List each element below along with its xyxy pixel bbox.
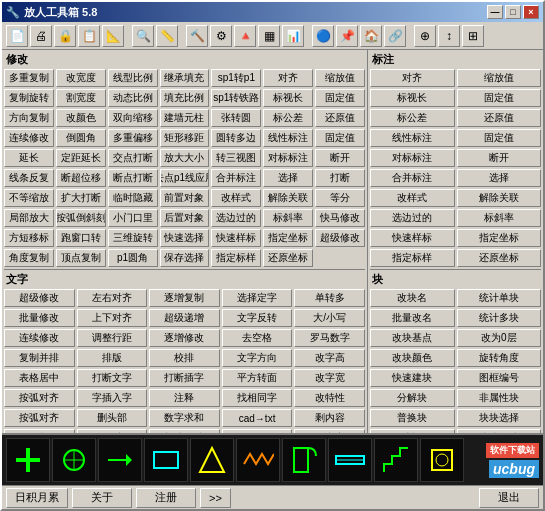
modify-btn-17[interactable]: 建墙元柱 <box>160 109 210 127</box>
modify-btn-49[interactable]: 局部放大 <box>4 209 54 227</box>
modify-btn-33[interactable]: 对标标注 <box>263 149 313 167</box>
modify-btn-9[interactable]: 动态比例 <box>108 89 158 107</box>
text-btn-3[interactable]: 选择定字 <box>222 289 293 307</box>
modify-btn-40[interactable]: 选择 <box>263 169 313 187</box>
mark-btn-4[interactable]: 标公差 <box>370 109 455 127</box>
cad-icon-9[interactable] <box>420 438 464 482</box>
block-btn-12[interactable]: 普换块 <box>370 409 455 427</box>
cad-icon-6[interactable] <box>282 438 326 482</box>
modify-btn-2[interactable]: 线型比例 <box>108 69 158 87</box>
text-btn-27[interactable]: 注释 <box>149 389 220 407</box>
mark-btn-15[interactable]: 标斜率 <box>457 209 542 227</box>
modify-btn-25[interactable]: 圆转多边 <box>211 129 261 147</box>
modify-btn-29[interactable]: 定距延长 <box>56 149 106 167</box>
modify-btn-62[interactable]: 超级修改 <box>315 229 365 247</box>
text-btn-26[interactable]: 字插入字 <box>77 389 148 407</box>
modify-btn-15[interactable]: 改颜色 <box>56 109 106 127</box>
modify-btn-28[interactable]: 延长 <box>4 149 54 167</box>
text-btn-8[interactable]: 文字反转 <box>222 309 293 327</box>
daily-button[interactable]: 日积月累 <box>6 488 68 508</box>
exit-button[interactable]: 退出 <box>479 488 539 508</box>
tb-icon-13[interactable]: 🔵 <box>312 25 334 47</box>
tb-icon-8[interactable]: 🔨 <box>186 25 208 47</box>
block-btn-5[interactable]: 改为0层 <box>457 329 542 347</box>
modify-btn-47[interactable]: 解除关联 <box>263 189 313 207</box>
text-btn-19[interactable]: 改字高 <box>294 349 365 367</box>
modify-btn-54[interactable]: 标斜率 <box>263 209 313 227</box>
arrow-button[interactable]: >> <box>200 488 231 508</box>
mark-btn-18[interactable]: 指定标样 <box>370 249 455 267</box>
block-btn-2[interactable]: 批量改名 <box>370 309 455 327</box>
modify-btn-13[interactable]: 固定值 <box>315 89 365 107</box>
text-btn-11[interactable]: 调整行距 <box>77 329 148 347</box>
modify-btn-30[interactable]: 交点打断 <box>108 149 158 167</box>
modify-btn-64[interactable]: 顶点复制 <box>56 249 106 267</box>
cad-icon-7[interactable] <box>328 438 372 482</box>
modify-btn-58[interactable]: 三维旋转 <box>108 229 158 247</box>
modify-btn-22[interactable]: 倒圆角 <box>56 129 106 147</box>
cad-icon-2[interactable] <box>98 438 142 482</box>
mark-btn-13[interactable]: 解除关联 <box>457 189 542 207</box>
text-btn-14[interactable]: 罗马数字 <box>294 329 365 347</box>
mark-btn-7[interactable]: 固定值 <box>457 129 542 147</box>
cad-icon-0[interactable] <box>6 438 50 482</box>
modify-btn-46[interactable]: 改样式 <box>211 189 261 207</box>
modify-btn-53[interactable]: 选边过的 <box>211 209 261 227</box>
modify-btn-42[interactable]: 不等缩放 <box>4 189 54 207</box>
tb-icon-6[interactable]: 🔍 <box>132 25 154 47</box>
modify-btn-24[interactable]: 矩形移距 <box>160 129 210 147</box>
modify-btn-57[interactable]: 跑窗口转 <box>56 229 106 247</box>
text-btn-25[interactable]: 按弧对齐 <box>4 389 75 407</box>
tb-icon-12[interactable]: 📊 <box>282 25 304 47</box>
mark-btn-8[interactable]: 对标标注 <box>370 149 455 167</box>
text-btn-4[interactable]: 单转多 <box>294 289 365 307</box>
text-btn-32[interactable]: 数字求和 <box>149 409 220 427</box>
block-btn-11[interactable]: 非属性块 <box>457 389 542 407</box>
tb-icon-2[interactable]: 🖨 <box>30 25 52 47</box>
tb-icon-11[interactable]: ▦ <box>258 25 280 47</box>
modify-btn-4[interactable]: sp1转p1 <box>211 69 261 87</box>
block-btn-8[interactable]: 快速建块 <box>370 369 455 387</box>
block-btn-13[interactable]: 块块选择 <box>457 409 542 427</box>
tb-icon-4[interactable]: 📋 <box>78 25 100 47</box>
text-btn-7[interactable]: 超级递增 <box>149 309 220 327</box>
modify-btn-39[interactable]: 合并标注 <box>211 169 261 187</box>
text-btn-0[interactable]: 超级修改 <box>4 289 75 307</box>
text-btn-2[interactable]: 逐增复制 <box>149 289 220 307</box>
modify-btn-35[interactable]: 线条反复 <box>4 169 54 187</box>
text-btn-30[interactable]: 按弧对齐 <box>4 409 75 427</box>
cad-icon-1[interactable] <box>52 438 96 482</box>
modify-btn-1[interactable]: 改宽度 <box>56 69 106 87</box>
modify-btn-20[interactable]: 还原值 <box>315 109 365 127</box>
register-button[interactable]: 注册 <box>136 488 196 508</box>
modify-btn-34[interactable]: 断开 <box>315 149 365 167</box>
text-btn-5[interactable]: 批量修改 <box>4 309 75 327</box>
tb-icon-7[interactable]: 📏 <box>156 25 178 47</box>
modify-btn-6[interactable]: 缩放值 <box>315 69 365 87</box>
block-btn-0[interactable]: 改块名 <box>370 289 455 307</box>
modify-btn-45[interactable]: 前置对象 <box>160 189 210 207</box>
modify-btn-26[interactable]: 线性标注 <box>263 129 313 147</box>
mark-btn-11[interactable]: 选择 <box>457 169 542 187</box>
modify-btn-41[interactable]: 打断 <box>315 169 365 187</box>
cad-icon-8[interactable] <box>374 438 418 482</box>
modify-btn-23[interactable]: 多重偏移 <box>108 129 158 147</box>
text-btn-18[interactable]: 文字方向 <box>222 349 293 367</box>
block-btn-4[interactable]: 改块基点 <box>370 329 455 347</box>
mark-btn-10[interactable]: 合并标注 <box>370 169 455 187</box>
modify-btn-32[interactable]: 转三视图 <box>211 149 261 167</box>
mark-btn-2[interactable]: 标视长 <box>370 89 455 107</box>
tb-icon-3[interactable]: 🔒 <box>54 25 76 47</box>
text-btn-15[interactable]: 复制并排 <box>4 349 75 367</box>
close-button[interactable]: × <box>523 5 539 19</box>
mark-btn-17[interactable]: 指定坐标 <box>457 229 542 247</box>
text-btn-16[interactable]: 排版 <box>77 349 148 367</box>
modify-btn-67[interactable]: 指定标样 <box>211 249 261 267</box>
cad-icon-4[interactable] <box>190 438 234 482</box>
modify-btn-51[interactable]: 小门口里 <box>108 209 158 227</box>
modify-btn-61[interactable]: 指定坐标 <box>263 229 313 247</box>
text-btn-21[interactable]: 打断文字 <box>77 369 148 387</box>
modify-btn-8[interactable]: 割宽度 <box>56 89 106 107</box>
modify-btn-44[interactable]: 临时隐藏 <box>108 189 158 207</box>
tb-icon-14[interactable]: 📌 <box>336 25 358 47</box>
